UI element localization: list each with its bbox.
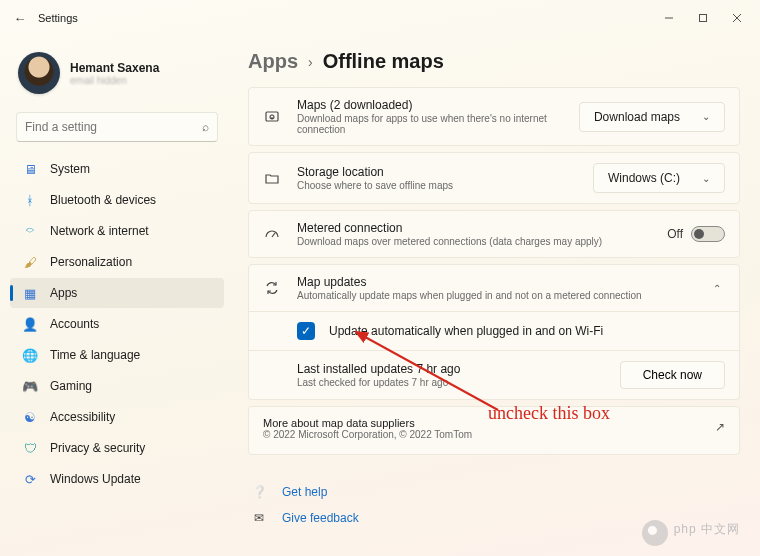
chevron-down-icon: ⌄ (698, 111, 714, 122)
metered-toggle[interactable] (691, 226, 725, 242)
check-now-button[interactable]: Check now (620, 361, 725, 389)
user-account[interactable]: Hemant Saxena email hidden (10, 36, 224, 112)
main-content: Apps › Offline maps Maps (2 downloaded) … (230, 36, 760, 556)
card-title: Map updates (297, 275, 695, 289)
card-about[interactable]: More about map data suppliers © 2022 Mic… (248, 406, 740, 455)
gamepad-icon: 🎮 (22, 378, 38, 394)
svg-rect-1 (700, 15, 707, 22)
minimize-button[interactable] (652, 4, 686, 32)
link-label: Give feedback (282, 511, 359, 525)
svg-rect-4 (266, 112, 278, 121)
user-email: email hidden (70, 75, 159, 86)
search-icon: ⌕ (202, 120, 209, 134)
card-desc: Choose where to save offline maps (297, 180, 579, 191)
get-help-link[interactable]: ❔ Get help (248, 479, 740, 505)
breadcrumb: Apps › Offline maps (248, 50, 740, 73)
last-checked-label: Last checked for updates 7 hr ago (297, 377, 606, 388)
last-installed-label: Last installed updates 7 hr ago (297, 362, 606, 376)
help-links: ❔ Get help ✉ Give feedback (248, 479, 740, 531)
card-map-updates: Map updates Automatically update maps wh… (248, 264, 740, 400)
chevron-down-icon: ⌄ (698, 173, 714, 184)
search-input[interactable] (25, 120, 202, 134)
map-pin-icon (261, 109, 283, 125)
sidebar-item-label: Apps (50, 286, 77, 300)
sidebar-item-bluetooth[interactable]: ᚼBluetooth & devices (10, 185, 224, 215)
wifi-icon: ⌔ (22, 223, 38, 239)
shield-icon: 🛡 (22, 440, 38, 456)
sidebar-item-label: System (50, 162, 90, 176)
meter-icon (261, 226, 283, 242)
storage-drive-dropdown[interactable]: Windows (C:) ⌄ (593, 163, 725, 193)
sidebar-item-time[interactable]: 🌐Time & language (10, 340, 224, 370)
sidebar-item-label: Time & language (50, 348, 140, 362)
avatar (18, 52, 60, 94)
sidebar-item-apps[interactable]: ▦Apps (10, 278, 224, 308)
checkbox-label: Update automatically when plugged in and… (329, 324, 725, 338)
titlebar: ← Settings (0, 0, 760, 36)
auto-update-checkbox[interactable]: ✓ (297, 322, 315, 340)
close-button[interactable] (720, 4, 754, 32)
apps-icon: ▦ (22, 285, 38, 301)
download-maps-button[interactable]: Download maps ⌄ (579, 102, 725, 132)
update-icon: ⟳ (22, 471, 38, 487)
chevron-right-icon: › (308, 54, 313, 70)
folder-icon (261, 170, 283, 186)
card-title: Storage location (297, 165, 579, 179)
sync-icon (261, 280, 283, 296)
button-label: Check now (643, 368, 702, 382)
sidebar-item-accounts[interactable]: 👤Accounts (10, 309, 224, 339)
sidebar-item-label: Network & internet (50, 224, 149, 238)
system-icon: 🖥 (22, 161, 38, 177)
breadcrumb-parent[interactable]: Apps (248, 50, 298, 73)
bluetooth-icon: ᚼ (22, 192, 38, 208)
person-icon: 👤 (22, 316, 38, 332)
sidebar-item-accessibility[interactable]: ☯Accessibility (10, 402, 224, 432)
help-icon: ❔ (250, 485, 268, 499)
external-link-icon: ↗ (715, 417, 725, 434)
link-label: Get help (282, 485, 327, 499)
toggle-label: Off (667, 227, 683, 241)
sidebar-item-system[interactable]: 🖥System (10, 154, 224, 184)
card-desc: Automatically update maps when plugged i… (297, 290, 695, 301)
sidebar-item-label: Personalization (50, 255, 132, 269)
sidebar-item-label: Gaming (50, 379, 92, 393)
nav-list: 🖥System ᚼBluetooth & devices ⌔Network & … (10, 154, 224, 494)
window-title: Settings (38, 12, 78, 24)
sidebar-item-label: Windows Update (50, 472, 141, 486)
feedback-icon: ✉ (250, 511, 268, 525)
user-name: Hemant Saxena (70, 61, 159, 75)
sidebar-item-label: Privacy & security (50, 441, 145, 455)
button-label: Windows (C:) (608, 171, 680, 185)
sidebar-item-label: Bluetooth & devices (50, 193, 156, 207)
sidebar-item-gaming[interactable]: 🎮Gaming (10, 371, 224, 401)
card-desc: Download maps over metered connections (… (297, 236, 653, 247)
card-maps: Maps (2 downloaded) Download maps for ap… (248, 87, 740, 146)
sidebar-item-label: Accounts (50, 317, 99, 331)
maximize-button[interactable] (686, 4, 720, 32)
button-label: Download maps (594, 110, 680, 124)
card-desc: Download maps for apps to use when there… (297, 113, 565, 135)
sidebar-item-network[interactable]: ⌔Network & internet (10, 216, 224, 246)
globe-icon: 🌐 (22, 347, 38, 363)
give-feedback-link[interactable]: ✉ Give feedback (248, 505, 740, 531)
brush-icon: 🖌 (22, 254, 38, 270)
back-button[interactable]: ← (6, 11, 34, 26)
svg-line-5 (272, 233, 275, 237)
card-title: Metered connection (297, 221, 653, 235)
page-title: Offline maps (323, 50, 444, 73)
search-box[interactable]: ⌕ (16, 112, 218, 142)
sidebar-item-personalization[interactable]: 🖌Personalization (10, 247, 224, 277)
sidebar-item-update[interactable]: ⟳Windows Update (10, 464, 224, 494)
about-copyright: © 2022 Microsoft Corporation, © 2022 Tom… (263, 429, 472, 440)
card-title: Maps (2 downloaded) (297, 98, 565, 112)
sidebar-item-label: Accessibility (50, 410, 115, 424)
about-title: More about map data suppliers (263, 417, 472, 429)
sidebar: Hemant Saxena email hidden ⌕ 🖥System ᚼBl… (0, 36, 230, 556)
sidebar-item-privacy[interactable]: 🛡Privacy & security (10, 433, 224, 463)
card-storage: Storage location Choose where to save of… (248, 152, 740, 204)
card-metered: Metered connection Download maps over me… (248, 210, 740, 258)
chevron-up-icon[interactable]: ⌃ (709, 283, 725, 294)
accessibility-icon: ☯ (22, 409, 38, 425)
